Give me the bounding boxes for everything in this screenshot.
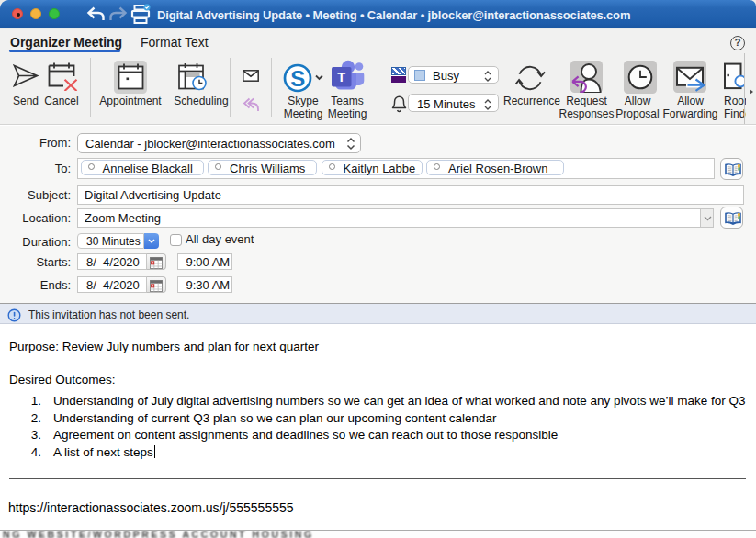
svg-text:S: S (290, 66, 305, 91)
svg-text:T: T (337, 70, 345, 84)
